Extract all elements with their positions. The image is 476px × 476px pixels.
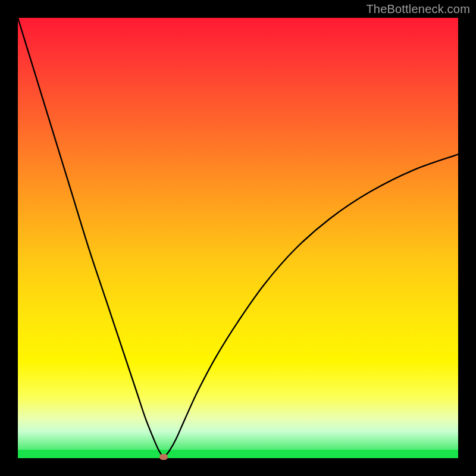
watermark-text: TheBottleneck.com — [366, 2, 470, 16]
chart-frame: TheBottleneck.com — [0, 0, 476, 476]
curve-svg — [18, 18, 458, 458]
optimal-point-marker — [159, 454, 168, 460]
bottleneck-curve — [18, 18, 458, 456]
